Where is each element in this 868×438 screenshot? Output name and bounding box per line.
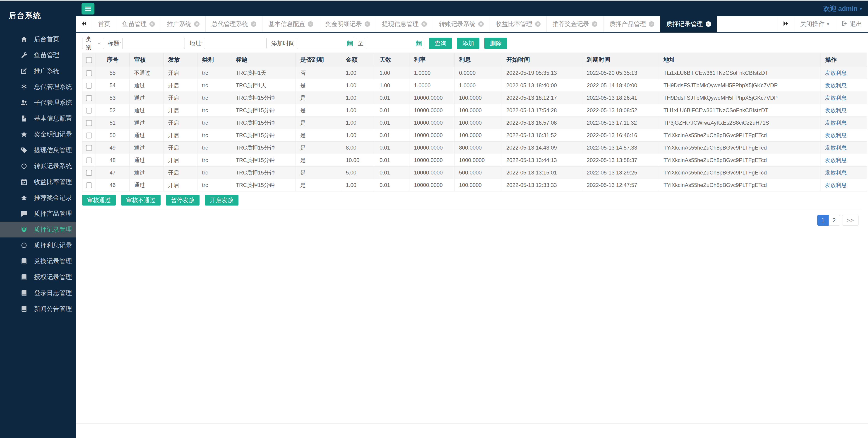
next-page-button[interactable]: >> <box>842 215 859 226</box>
tab-label: 转账记录系统 <box>439 20 475 28</box>
tab-7[interactable]: 提现信息管理× <box>376 16 433 32</box>
row-checkbox[interactable] <box>86 157 92 164</box>
issue-interest-link[interactable]: 发放利息 <box>825 70 847 76</box>
sidebar-item-17[interactable]: 登录日志管理 <box>0 285 76 301</box>
add-button[interactable]: 添加 <box>457 38 479 49</box>
tab-close-icon[interactable]: × <box>308 21 313 27</box>
tab-2[interactable]: 鱼苗管理× <box>116 16 161 32</box>
tab-close-icon[interactable]: × <box>194 21 199 27</box>
batch-action-button-2[interactable]: 审核不通过 <box>121 195 160 206</box>
cell-start: 2022-05-19 05:35:13 <box>502 67 582 79</box>
chevron-down-icon <box>97 41 101 46</box>
cell-start: 2022-05-13 13:44:13 <box>502 154 582 167</box>
batch-action-button-3[interactable]: 暂停发放 <box>166 195 199 206</box>
cell-action: 发放利息 <box>820 117 867 129</box>
delete-button[interactable]: 删除 <box>485 38 507 49</box>
issue-interest-link[interactable]: 发放利息 <box>825 145 847 151</box>
row-checkbox[interactable] <box>86 120 92 126</box>
sidebar-item-15[interactable]: 兑换记录管理 <box>0 253 76 269</box>
row-checkbox[interactable] <box>86 145 92 151</box>
sidebar-item-14[interactable]: 质押利息记录 <box>0 237 76 253</box>
logout-button[interactable]: 退出 <box>835 16 868 32</box>
tab-close-icon[interactable]: × <box>365 21 370 27</box>
sidebar-item-9[interactable]: 转账记录系统 <box>0 158 76 174</box>
cell-expired: 是 <box>296 154 341 167</box>
end-date-input[interactable] <box>366 38 424 49</box>
tab-close-icon[interactable]: × <box>478 21 484 27</box>
welcome-user-dropdown[interactable]: 欢迎 admin ▾ <box>823 4 862 13</box>
cell-check <box>83 104 96 117</box>
sidebar-item-5[interactable]: 子代管理系统 <box>0 95 76 111</box>
issue-interest-link[interactable]: 发放利息 <box>825 132 847 138</box>
sidebar-item-4[interactable]: 总代管理系统 <box>0 79 76 95</box>
sidebar-item-1[interactable]: 后台首页 <box>0 31 76 47</box>
cell-check <box>83 179 96 192</box>
issue-interest-link[interactable]: 发放利息 <box>825 182 847 188</box>
page-button-1[interactable]: 1 <box>817 215 829 226</box>
tab-close-icon[interactable]: × <box>649 21 654 27</box>
tab-close-icon[interactable]: × <box>150 21 155 27</box>
issue-interest-link[interactable]: 发放利息 <box>825 120 847 126</box>
tab-1[interactable]: 首页 <box>92 16 116 32</box>
row-checkbox[interactable] <box>86 108 92 114</box>
search-button[interactable]: 查询 <box>429 38 452 49</box>
tab-8[interactable]: 转账记录系统× <box>433 16 490 32</box>
tab-10[interactable]: 推荐奖金记录× <box>547 16 603 32</box>
row-checkbox[interactable] <box>86 70 92 76</box>
sidebar-item-16[interactable]: 授权记录管理 <box>0 269 76 285</box>
tab-12[interactable]: 质押记录管理× <box>660 16 717 32</box>
tab-3[interactable]: 推广系统× <box>161 16 206 32</box>
tabs-scroll-left-button[interactable] <box>76 16 92 32</box>
cell-title: TRC质押15分钟 <box>231 129 296 142</box>
tab-close-icon[interactable]: × <box>251 21 256 27</box>
address-input[interactable] <box>204 38 267 49</box>
row-checkbox[interactable] <box>86 95 92 101</box>
sidebar-toggle-button[interactable] <box>82 3 94 14</box>
category-select[interactable]: 类别 <box>82 38 104 49</box>
tab-5[interactable]: 基本信息配置× <box>262 16 319 32</box>
sidebar-item-10[interactable]: 收益比率管理 <box>0 174 76 190</box>
select-all-checkbox[interactable] <box>86 57 92 63</box>
sidebar-item-2[interactable]: 鱼苗管理 <box>0 47 76 63</box>
sidebar-item-7[interactable]: 奖金明细记录 <box>0 126 76 142</box>
tab-close-icon[interactable]: × <box>535 21 540 27</box>
tab-6[interactable]: 奖金明细记录× <box>319 16 376 32</box>
cell-days: 0.01 <box>375 129 409 142</box>
issue-interest-link[interactable]: 发放利息 <box>825 82 847 88</box>
issue-interest-link[interactable]: 发放利息 <box>825 95 847 101</box>
wrench-icon <box>20 52 28 59</box>
batch-action-button-4[interactable]: 开启发放 <box>205 195 239 206</box>
row-checkbox[interactable] <box>86 83 92 89</box>
tab-11[interactable]: 质押产品管理× <box>603 16 660 32</box>
tab-close-icon[interactable]: × <box>422 21 427 27</box>
cell-check <box>83 117 96 129</box>
sidebar-item-18[interactable]: 新闻公告管理 <box>0 301 76 317</box>
sidebar-item-8[interactable]: 提现信息管理 <box>0 142 76 158</box>
sidebar-item-11[interactable]: 推荐奖金记录 <box>0 190 76 206</box>
sidebar-item-6[interactable]: 基本信息配置 <box>0 111 76 126</box>
title-input[interactable] <box>122 38 185 49</box>
sidebar-item-3[interactable]: 推广系统 <box>0 63 76 79</box>
tabs-scroll-right-button[interactable] <box>778 16 794 32</box>
cell-interest: 100.0000 <box>455 104 502 117</box>
tab-close-icon[interactable]: × <box>706 21 711 27</box>
column-header-id: 序号 <box>96 53 129 67</box>
issue-interest-link[interactable]: 发放利息 <box>825 107 847 113</box>
tab-close-icon[interactable]: × <box>592 21 597 27</box>
close-operations-dropdown[interactable]: 关闭操作 ▾ <box>794 16 835 32</box>
tab-9[interactable]: 收益比率管理× <box>490 16 547 32</box>
sidebar-item-13[interactable]: 质押记录管理 <box>0 222 76 237</box>
row-checkbox[interactable] <box>86 182 92 188</box>
row-checkbox[interactable] <box>86 133 92 139</box>
issue-interest-link[interactable]: 发放利息 <box>825 170 847 176</box>
page-button-2[interactable]: 2 <box>829 215 840 226</box>
batch-action-button-1[interactable]: 审核通过 <box>82 195 116 206</box>
issue-interest-link[interactable]: 发放利息 <box>825 157 847 163</box>
cell-rate: 10000.0000 <box>409 142 455 154</box>
sidebar-item-12[interactable]: 质押产品管理 <box>0 206 76 222</box>
users-icon <box>20 99 28 106</box>
start-date-input[interactable] <box>297 38 355 49</box>
tab-4[interactable]: 总代管理系统× <box>206 16 262 32</box>
cell-action: 发放利息 <box>820 179 867 192</box>
row-checkbox[interactable] <box>86 170 92 176</box>
